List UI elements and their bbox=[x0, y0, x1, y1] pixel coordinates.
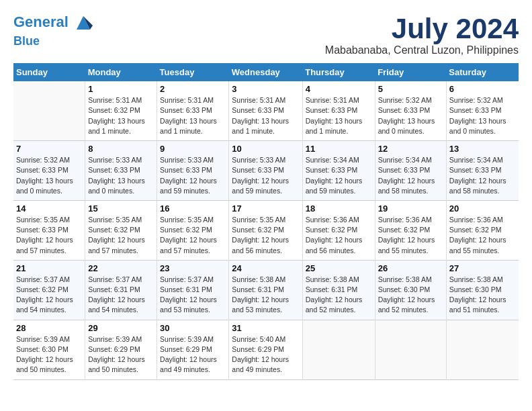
logo-text-blue: Blue bbox=[13, 32, 93, 48]
day-number: 21 bbox=[16, 263, 82, 273]
day-number: 28 bbox=[16, 323, 82, 333]
day-info: Sunrise: 5:39 AMSunset: 6:29 PMDaylight:… bbox=[88, 334, 154, 375]
day-info: Sunrise: 5:33 AMSunset: 6:33 PMDaylight:… bbox=[232, 155, 299, 196]
day-number: 9 bbox=[160, 144, 226, 154]
day-cell: 18Sunrise: 5:36 AMSunset: 6:32 PMDayligh… bbox=[302, 200, 375, 260]
logo: General Blue bbox=[13, 13, 93, 48]
week-row-1: 1Sunrise: 5:31 AMSunset: 6:32 PMDaylight… bbox=[13, 81, 519, 140]
day-cell: 16Sunrise: 5:35 AMSunset: 6:32 PMDayligh… bbox=[157, 200, 229, 260]
day-info: Sunrise: 5:36 AMSunset: 6:32 PMDaylight:… bbox=[306, 215, 372, 256]
day-info: Sunrise: 5:31 AMSunset: 6:32 PMDaylight:… bbox=[88, 95, 154, 136]
day-cell: 23Sunrise: 5:37 AMSunset: 6:31 PMDayligh… bbox=[157, 260, 229, 320]
day-number: 14 bbox=[16, 203, 82, 214]
calendar-header-row: SundayMondayTuesdayWednesdayThursdayFrid… bbox=[13, 63, 519, 81]
day-number: 30 bbox=[160, 323, 226, 333]
day-number: 2 bbox=[160, 84, 226, 94]
day-cell: 14Sunrise: 5:35 AMSunset: 6:33 PMDayligh… bbox=[13, 200, 85, 260]
day-cell bbox=[13, 81, 85, 140]
day-number: 4 bbox=[306, 84, 372, 94]
day-cell: 2Sunrise: 5:31 AMSunset: 6:33 PMDaylight… bbox=[157, 81, 229, 140]
day-cell: 19Sunrise: 5:36 AMSunset: 6:32 PMDayligh… bbox=[375, 200, 446, 260]
month-title: July 2024 bbox=[325, 13, 519, 44]
day-number: 5 bbox=[378, 84, 443, 94]
day-info: Sunrise: 5:38 AMSunset: 6:30 PMDaylight:… bbox=[449, 275, 516, 316]
week-row-2: 7Sunrise: 5:32 AMSunset: 6:33 PMDaylight… bbox=[13, 141, 519, 201]
day-cell: 21Sunrise: 5:37 AMSunset: 6:32 PMDayligh… bbox=[13, 260, 85, 320]
day-cell: 9Sunrise: 5:33 AMSunset: 6:33 PMDaylight… bbox=[157, 141, 229, 201]
day-cell: 5Sunrise: 5:32 AMSunset: 6:33 PMDaylight… bbox=[375, 81, 446, 140]
day-number: 16 bbox=[160, 203, 226, 214]
day-number: 23 bbox=[160, 263, 226, 273]
day-cell: 6Sunrise: 5:32 AMSunset: 6:33 PMDaylight… bbox=[446, 81, 519, 140]
day-number: 31 bbox=[232, 323, 299, 333]
header-wednesday: Wednesday bbox=[229, 63, 302, 81]
day-cell: 11Sunrise: 5:34 AMSunset: 6:33 PMDayligh… bbox=[302, 141, 375, 201]
header-saturday: Saturday bbox=[446, 63, 519, 81]
day-cell: 4Sunrise: 5:31 AMSunset: 6:33 PMDaylight… bbox=[302, 81, 375, 140]
day-info: Sunrise: 5:35 AMSunset: 6:32 PMDaylight:… bbox=[88, 215, 154, 256]
logo-text: General bbox=[13, 13, 93, 32]
day-cell: 27Sunrise: 5:38 AMSunset: 6:30 PMDayligh… bbox=[446, 260, 519, 320]
day-cell: 12Sunrise: 5:34 AMSunset: 6:33 PMDayligh… bbox=[375, 141, 446, 201]
day-cell: 7Sunrise: 5:32 AMSunset: 6:33 PMDaylight… bbox=[13, 141, 85, 201]
week-row-3: 14Sunrise: 5:35 AMSunset: 6:33 PMDayligh… bbox=[13, 200, 519, 260]
day-info: Sunrise: 5:36 AMSunset: 6:32 PMDaylight:… bbox=[378, 215, 443, 256]
day-cell: 15Sunrise: 5:35 AMSunset: 6:32 PMDayligh… bbox=[85, 200, 157, 260]
day-number: 10 bbox=[232, 144, 299, 154]
day-number: 20 bbox=[449, 203, 516, 214]
day-number: 1 bbox=[88, 84, 154, 94]
day-number: 27 bbox=[449, 263, 516, 273]
day-info: Sunrise: 5:34 AMSunset: 6:33 PMDaylight:… bbox=[449, 155, 516, 196]
day-info: Sunrise: 5:40 AMSunset: 6:29 PMDaylight:… bbox=[232, 334, 299, 375]
day-cell: 30Sunrise: 5:39 AMSunset: 6:29 PMDayligh… bbox=[157, 320, 229, 379]
day-info: Sunrise: 5:39 AMSunset: 6:29 PMDaylight:… bbox=[160, 334, 226, 375]
day-cell bbox=[302, 320, 375, 379]
day-info: Sunrise: 5:38 AMSunset: 6:31 PMDaylight:… bbox=[232, 275, 299, 316]
day-info: Sunrise: 5:35 AMSunset: 6:32 PMDaylight:… bbox=[232, 215, 299, 256]
day-number: 11 bbox=[306, 144, 372, 154]
day-cell: 10Sunrise: 5:33 AMSunset: 6:33 PMDayligh… bbox=[229, 141, 302, 201]
day-number: 22 bbox=[88, 263, 154, 273]
day-number: 7 bbox=[16, 144, 82, 154]
day-info: Sunrise: 5:32 AMSunset: 6:33 PMDaylight:… bbox=[378, 95, 443, 136]
day-cell: 8Sunrise: 5:33 AMSunset: 6:33 PMDaylight… bbox=[85, 141, 157, 201]
day-cell bbox=[446, 320, 519, 379]
title-section: July 2024 Mababanaba, Central Luzon, Phi… bbox=[325, 13, 519, 56]
day-number: 29 bbox=[88, 323, 154, 333]
header-tuesday: Tuesday bbox=[157, 63, 229, 81]
day-info: Sunrise: 5:33 AMSunset: 6:33 PMDaylight:… bbox=[88, 155, 154, 196]
week-row-4: 21Sunrise: 5:37 AMSunset: 6:32 PMDayligh… bbox=[13, 260, 519, 320]
day-info: Sunrise: 5:37 AMSunset: 6:32 PMDaylight:… bbox=[16, 275, 82, 316]
header-sunday: Sunday bbox=[13, 63, 85, 81]
day-cell: 20Sunrise: 5:36 AMSunset: 6:32 PMDayligh… bbox=[446, 200, 519, 260]
day-info: Sunrise: 5:31 AMSunset: 6:33 PMDaylight:… bbox=[160, 95, 226, 136]
day-cell: 3Sunrise: 5:31 AMSunset: 6:33 PMDaylight… bbox=[229, 81, 302, 140]
header-thursday: Thursday bbox=[302, 63, 375, 81]
day-info: Sunrise: 5:35 AMSunset: 6:32 PMDaylight:… bbox=[160, 215, 226, 256]
day-info: Sunrise: 5:32 AMSunset: 6:33 PMDaylight:… bbox=[16, 155, 82, 196]
day-cell: 28Sunrise: 5:39 AMSunset: 6:30 PMDayligh… bbox=[13, 320, 85, 379]
day-cell: 24Sunrise: 5:38 AMSunset: 6:31 PMDayligh… bbox=[229, 260, 302, 320]
day-info: Sunrise: 5:31 AMSunset: 6:33 PMDaylight:… bbox=[232, 95, 299, 136]
day-cell: 31Sunrise: 5:40 AMSunset: 6:29 PMDayligh… bbox=[229, 320, 302, 379]
day-cell bbox=[375, 320, 446, 379]
day-info: Sunrise: 5:37 AMSunset: 6:31 PMDaylight:… bbox=[88, 275, 154, 316]
day-cell: 1Sunrise: 5:31 AMSunset: 6:32 PMDaylight… bbox=[85, 81, 157, 140]
day-cell: 22Sunrise: 5:37 AMSunset: 6:31 PMDayligh… bbox=[85, 260, 157, 320]
day-number: 15 bbox=[88, 203, 154, 214]
day-info: Sunrise: 5:37 AMSunset: 6:31 PMDaylight:… bbox=[160, 275, 226, 316]
day-number: 25 bbox=[306, 263, 372, 273]
day-info: Sunrise: 5:33 AMSunset: 6:33 PMDaylight:… bbox=[160, 155, 226, 196]
day-number: 26 bbox=[378, 263, 443, 273]
calendar-table: SundayMondayTuesdayWednesdayThursdayFrid… bbox=[13, 63, 519, 379]
day-cell: 26Sunrise: 5:38 AMSunset: 6:30 PMDayligh… bbox=[375, 260, 446, 320]
day-number: 19 bbox=[378, 203, 443, 214]
day-info: Sunrise: 5:32 AMSunset: 6:33 PMDaylight:… bbox=[449, 95, 516, 136]
day-cell: 17Sunrise: 5:35 AMSunset: 6:32 PMDayligh… bbox=[229, 200, 302, 260]
page-header: General Blue July 2024 Mababanaba, Centr… bbox=[13, 13, 519, 56]
day-cell: 13Sunrise: 5:34 AMSunset: 6:33 PMDayligh… bbox=[446, 141, 519, 201]
day-number: 18 bbox=[306, 203, 372, 214]
week-row-5: 28Sunrise: 5:39 AMSunset: 6:30 PMDayligh… bbox=[13, 320, 519, 379]
day-number: 13 bbox=[449, 144, 516, 154]
day-info: Sunrise: 5:34 AMSunset: 6:33 PMDaylight:… bbox=[306, 155, 372, 196]
